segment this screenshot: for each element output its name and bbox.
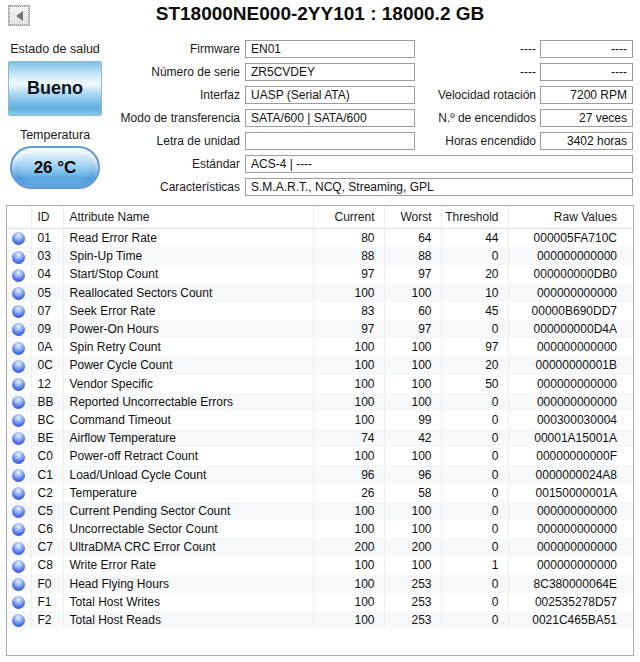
table-row[interactable]: 04Start/Stop Count979720000000000DB0 bbox=[7, 265, 633, 283]
cell-id: C7 bbox=[31, 538, 63, 556]
cell-current: 96 bbox=[313, 465, 384, 483]
status-cell bbox=[7, 520, 31, 538]
status-dot-icon bbox=[12, 232, 25, 245]
header-worst[interactable]: Worst bbox=[384, 206, 441, 229]
status-cell bbox=[7, 465, 31, 483]
cell-threshold: 97 bbox=[441, 338, 508, 356]
cell-current: 100 bbox=[313, 502, 384, 520]
cell-threshold: 0 bbox=[441, 247, 508, 265]
cell-threshold: 0 bbox=[441, 502, 508, 520]
table-row[interactable]: C5Current Pending Sector Count1001000000… bbox=[7, 502, 633, 520]
header-threshold[interactable]: Threshold bbox=[441, 206, 508, 229]
table-row[interactable]: C1Load/Unload Cycle Count969600000000024… bbox=[7, 465, 633, 483]
cell-id: 07 bbox=[31, 302, 63, 320]
status-cell bbox=[7, 538, 31, 556]
status-dot-icon bbox=[12, 342, 25, 355]
cell-id: 03 bbox=[31, 247, 63, 265]
header-attribute-name[interactable]: Attribute Name bbox=[63, 206, 313, 229]
table-row[interactable]: C6Uncorrectable Sector Count100100000000… bbox=[7, 520, 633, 538]
table-row[interactable]: BEAirflow Temperature7442000001A15001A bbox=[7, 429, 633, 447]
status-dot-icon bbox=[12, 287, 25, 300]
status-cell bbox=[7, 302, 31, 320]
status-dot-icon bbox=[12, 396, 25, 409]
back-button[interactable] bbox=[8, 5, 30, 26]
cell-current: 88 bbox=[313, 247, 384, 265]
cell-attribute-name: Reallocated Sectors Count bbox=[63, 284, 313, 302]
cell-current: 97 bbox=[313, 265, 384, 283]
cell-current: 100 bbox=[313, 284, 384, 302]
table-row[interactable]: BCCommand Timeout100990000300030004 bbox=[7, 411, 633, 429]
field-label: Número de serie bbox=[0, 63, 240, 81]
cell-worst: 100 bbox=[384, 447, 441, 465]
cell-worst: 97 bbox=[384, 265, 441, 283]
cell-id: BB bbox=[31, 393, 63, 411]
cell-raw-values: 000005FA710C bbox=[508, 229, 633, 248]
table-row[interactable]: F0Head Flying Hours10025308C380000064E bbox=[7, 575, 633, 593]
status-cell bbox=[7, 411, 31, 429]
cell-worst: 100 bbox=[384, 556, 441, 574]
drive-title: ST18000NE000-2YY101 : 18000.2 GB bbox=[40, 3, 600, 25]
table-row[interactable]: 05Reallocated Sectors Count1001001000000… bbox=[7, 284, 633, 302]
table-row[interactable]: 0ASpin Retry Count10010097000000000000 bbox=[7, 338, 633, 356]
cell-current: 200 bbox=[313, 538, 384, 556]
header-raw-values[interactable]: Raw Values bbox=[508, 206, 633, 229]
cell-attribute-name: Head Flying Hours bbox=[63, 575, 313, 593]
cell-worst: 100 bbox=[384, 502, 441, 520]
cell-id: 0C bbox=[31, 356, 63, 374]
table-row[interactable]: 09Power-On Hours97970000000000D4A bbox=[7, 320, 633, 338]
table-row[interactable]: 12Vendor Specific10010050000000000000 bbox=[7, 375, 633, 393]
field-value-box: S.M.A.R.T., NCQ, Streaming, GPL bbox=[245, 178, 633, 196]
status-dot-icon bbox=[12, 542, 25, 555]
status-dot-icon bbox=[12, 560, 25, 573]
cell-worst: 253 bbox=[384, 575, 441, 593]
cell-id: F1 bbox=[31, 593, 63, 611]
table-row[interactable]: 01Read Error Rate806444000005FA710C bbox=[7, 229, 633, 248]
cell-attribute-name: Load/Unload Cycle Count bbox=[63, 465, 313, 483]
table-row[interactable]: C2Temperature2658000150000001A bbox=[7, 484, 633, 502]
cell-threshold: 0 bbox=[441, 465, 508, 483]
header-id[interactable]: ID bbox=[31, 206, 63, 229]
field-label: Firmware bbox=[0, 40, 240, 58]
cell-id: C2 bbox=[31, 484, 63, 502]
cell-worst: 100 bbox=[384, 520, 441, 538]
status-dot-icon bbox=[12, 523, 25, 536]
field-label: N.º de encendidos bbox=[340, 109, 536, 127]
status-cell bbox=[7, 593, 31, 611]
cell-threshold: 0 bbox=[441, 447, 508, 465]
field-label: Características bbox=[0, 178, 240, 196]
cell-attribute-name: Vendor Specific bbox=[63, 375, 313, 393]
table-row[interactable]: C0Power-off Retract Count100100000000000… bbox=[7, 447, 633, 465]
cell-raw-values: 000000000000 bbox=[508, 393, 633, 411]
cell-threshold: 0 bbox=[441, 520, 508, 538]
field-value-box: 27 veces bbox=[540, 109, 633, 127]
cell-current: 100 bbox=[313, 611, 384, 629]
table-row[interactable]: F1Total Host Writes1002530002535278D57 bbox=[7, 593, 633, 611]
status-dot-icon bbox=[12, 469, 25, 482]
table-row[interactable]: F2Total Host Reads10025300021C465BA51 bbox=[7, 611, 633, 629]
table-row[interactable]: 0CPower Cycle Count1001002000000000001B bbox=[7, 356, 633, 374]
cell-current: 100 bbox=[313, 356, 384, 374]
cell-worst: 42 bbox=[384, 429, 441, 447]
field-label: Letra de unidad bbox=[0, 132, 240, 150]
header-status[interactable] bbox=[7, 206, 31, 229]
cell-raw-values: 00000000000F bbox=[508, 447, 633, 465]
status-dot-icon bbox=[12, 578, 25, 591]
cell-attribute-name: Write Error Rate bbox=[63, 556, 313, 574]
table-row[interactable]: C7UltraDMA CRC Error Count20020000000000… bbox=[7, 538, 633, 556]
cell-id: C8 bbox=[31, 556, 63, 574]
table-row[interactable]: C8Write Error Rate1001001000000000000 bbox=[7, 556, 633, 574]
cell-attribute-name: UltraDMA CRC Error Count bbox=[63, 538, 313, 556]
cell-id: 09 bbox=[31, 320, 63, 338]
cell-raw-values: 0021C465BA51 bbox=[508, 611, 633, 629]
table-row[interactable]: 07Seek Error Rate83604500000B690DD7 bbox=[7, 302, 633, 320]
header-current[interactable]: Current bbox=[313, 206, 384, 229]
cell-current: 100 bbox=[313, 393, 384, 411]
cell-current: 100 bbox=[313, 447, 384, 465]
cell-threshold: 45 bbox=[441, 302, 508, 320]
field-label: Horas encendido bbox=[340, 132, 536, 150]
cell-current: 100 bbox=[313, 520, 384, 538]
field-value-box: ---- bbox=[540, 63, 633, 81]
status-cell bbox=[7, 247, 31, 265]
table-row[interactable]: 03Spin-Up Time88880000000000000 bbox=[7, 247, 633, 265]
table-row[interactable]: BBReported Uncorrectable Errors100100000… bbox=[7, 393, 633, 411]
